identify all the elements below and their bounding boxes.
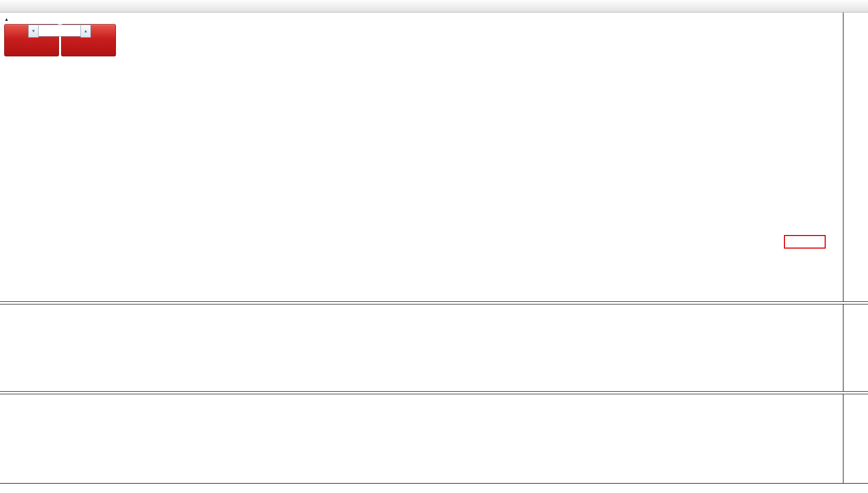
pane-divider[interactable] xyxy=(0,301,868,304)
toolbar xyxy=(0,0,868,13)
rsi-chart-canvas[interactable] xyxy=(0,394,843,483)
pane-divider[interactable] xyxy=(0,391,868,394)
lot-size-input[interactable] xyxy=(39,25,80,37)
collapse-triangle-icon[interactable]: ▲ xyxy=(4,17,9,22)
time-axis-line xyxy=(0,483,868,484)
lot-increase-button[interactable]: ▲ xyxy=(80,25,91,38)
one-click-trade-panel: ▼ ▲ xyxy=(4,24,115,55)
lot-size-control: ▼ ▲ xyxy=(28,25,91,37)
lot-decrease-button[interactable]: ▼ xyxy=(28,25,39,38)
macd-chart-canvas[interactable] xyxy=(0,303,843,391)
price-chart-canvas[interactable] xyxy=(0,13,843,301)
chart-title: ▲ xyxy=(4,15,15,22)
price-callout-box[interactable] xyxy=(784,235,826,249)
price-axis-line xyxy=(843,13,843,483)
